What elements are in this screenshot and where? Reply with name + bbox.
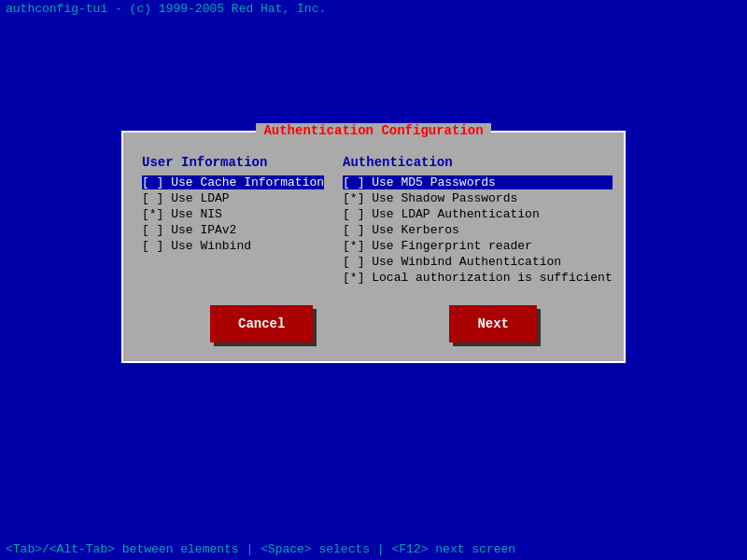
next-button[interactable]: Next — [449, 305, 537, 343]
auth-option-row[interactable]: [*] Local authorization is sufficient — [343, 271, 613, 285]
title-bar: authconfig-tui - (c) 1999-2005 Red Hat, … — [0, 0, 747, 18]
dialog-title-bar: Authentication Configuration — [123, 123, 624, 138]
user-options-list: [ ] Use Cache Information[ ] Use LDAP[*]… — [142, 175, 324, 253]
auth-option-row[interactable]: [*] Use Shadow Passwords — [343, 191, 613, 205]
auth-options-list: [ ] Use MD5 Passwords[*] Use Shadow Pass… — [343, 175, 613, 285]
auth-option-row[interactable]: [ ] Use LDAP Authentication — [343, 207, 613, 221]
auth-option-row[interactable]: [ ] Use Winbind Authentication — [343, 255, 613, 269]
auth-option-row[interactable]: [ ] Use Kerberos — [343, 223, 613, 237]
user-option-row[interactable]: [*] Use NIS — [142, 207, 324, 221]
auth-column: Authentication [ ] Use MD5 Passwords[*] … — [343, 155, 613, 287]
cancel-button-wrapper: Cancel — [210, 305, 313, 343]
user-option-row[interactable]: [ ] Use Winbind — [142, 239, 324, 253]
dialog-title: Authentication Configuration — [256, 123, 490, 138]
user-option-row[interactable]: [ ] Use Cache Information — [142, 175, 324, 189]
buttons: Cancel Next — [142, 305, 605, 343]
cancel-button[interactable]: Cancel — [210, 305, 313, 343]
columns: User Information [ ] Use Cache Informati… — [142, 155, 605, 287]
user-info-title: User Information — [142, 155, 324, 170]
auth-title: Authentication — [343, 155, 613, 170]
status-bar: <Tab>/<Alt-Tab> between elements | <Spac… — [0, 539, 747, 560]
auth-option-row[interactable]: [*] Use Fingerprint reader — [343, 239, 613, 253]
user-info-column: User Information [ ] Use Cache Informati… — [142, 155, 324, 287]
next-button-wrapper: Next — [449, 305, 537, 343]
title-text: authconfig-tui - (c) 1999-2005 Red Hat, … — [6, 2, 326, 16]
dialog-content: User Information [ ] Use Cache Informati… — [123, 146, 624, 361]
auth-option-row[interactable]: [ ] Use MD5 Passwords — [343, 175, 613, 189]
user-option-row[interactable]: [ ] Use IPAv2 — [142, 223, 324, 237]
user-option-row[interactable]: [ ] Use LDAP — [142, 191, 324, 205]
dialog: Authentication Configuration User Inform… — [121, 131, 626, 363]
status-text: <Tab>/<Alt-Tab> between elements | <Spac… — [6, 542, 515, 556]
